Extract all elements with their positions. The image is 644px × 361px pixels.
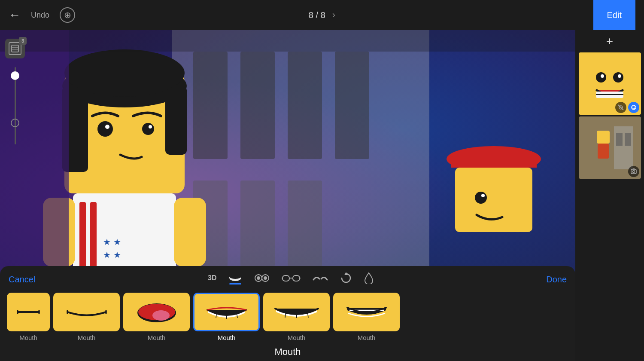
mouth-option-0-preview <box>7 293 50 331</box>
svg-rect-3 <box>288 52 322 159</box>
mouth-option-2-preview <box>123 293 190 331</box>
svg-point-49 <box>634 107 635 107</box>
svg-rect-6 <box>240 180 275 266</box>
selected-item-label: Mouth <box>0 346 575 361</box>
slider-thumb-bottom[interactable] <box>11 119 19 127</box>
tab-drop[interactable] <box>364 272 374 287</box>
tab-eyebrows[interactable] <box>313 274 328 285</box>
svg-point-28 <box>481 194 485 197</box>
face-part-tabs: 3D <box>35 272 546 287</box>
svg-rect-25 <box>451 159 537 168</box>
next-page-button[interactable]: › <box>332 9 335 21</box>
layer-badge[interactable]: 3 <box>5 39 25 58</box>
svg-rect-1 <box>193 52 228 159</box>
tab-eyes[interactable] <box>254 274 270 285</box>
tab-mouth[interactable] <box>228 274 242 285</box>
svg-point-40 <box>601 74 604 78</box>
eye-slash-icon <box>618 104 624 110</box>
tab-3d[interactable]: 3D <box>208 274 216 285</box>
svg-rect-11 <box>165 86 187 155</box>
brightness-slider[interactable] <box>15 67 16 153</box>
tab-glasses[interactable] <box>282 274 301 285</box>
mouth-option-3-preview <box>193 293 260 331</box>
bottom-toolbar: Cancel 3D <box>0 266 575 293</box>
mouth-option-4-preview <box>263 293 330 331</box>
list-item[interactable]: Mouth <box>333 293 400 341</box>
slider-thumb-top[interactable] <box>11 71 19 80</box>
thumbnail-2[interactable] <box>579 116 641 179</box>
glasses-tab-icon <box>282 274 301 282</box>
svg-point-80 <box>152 310 170 321</box>
svg-point-41 <box>613 72 623 83</box>
svg-point-14 <box>105 125 109 129</box>
list-item[interactable]: Mouth <box>53 293 120 341</box>
bottom-panel: Cancel 3D <box>0 266 575 361</box>
svg-point-61 <box>257 276 260 280</box>
header-left: ← Undo ⊕ <box>9 7 75 23</box>
photo-icon-badge <box>628 166 639 177</box>
svg-rect-55 <box>625 133 631 146</box>
mouth-option-1-label: Mouth <box>78 334 96 341</box>
mouth-option-0-label: Mouth <box>19 334 37 341</box>
add-icon: ⊕ <box>64 10 71 20</box>
svg-rect-31 <box>12 45 18 52</box>
mouth-tab-icon <box>228 274 242 282</box>
svg-rect-51 <box>597 131 610 144</box>
list-item[interactable]: Mouth <box>193 293 260 341</box>
layer-number: 3 <box>19 37 27 45</box>
svg-point-48 <box>632 107 633 107</box>
eyes-tab-icon <box>254 274 270 282</box>
back-button[interactable]: ← <box>9 8 21 22</box>
edit-button[interactable]: Edit <box>593 0 635 30</box>
done-button[interactable]: Done <box>546 275 567 285</box>
mouth-2-svg <box>129 295 185 329</box>
list-item[interactable]: Mouth <box>7 293 50 341</box>
mouth-option-3-label: Mouth <box>218 334 236 341</box>
svg-rect-64 <box>283 275 289 281</box>
face-badge <box>628 102 639 113</box>
svg-rect-26 <box>455 168 532 232</box>
mouth-option-5-preview <box>333 293 400 331</box>
thumb1-overlay <box>615 102 639 113</box>
face-items-scroll[interactable]: Mouth Mouth <box>0 293 575 346</box>
add-button[interactable]: ⊕ <box>60 7 75 23</box>
photo-icon <box>631 168 637 174</box>
svg-text:★ ★: ★ ★ <box>103 250 121 260</box>
mouth-1-svg <box>59 295 115 329</box>
svg-point-39 <box>596 72 606 83</box>
tab-rotate[interactable] <box>340 272 352 287</box>
drop-tab-icon <box>364 272 374 284</box>
mouth-4-svg <box>269 295 325 329</box>
svg-rect-4 <box>335 52 369 159</box>
eye-hidden-badge <box>615 102 626 113</box>
svg-rect-2 <box>240 52 275 159</box>
rotate-tab-icon <box>340 272 352 284</box>
slider-track <box>15 67 16 144</box>
thumbnail-1[interactable] <box>579 52 641 115</box>
3d-label: 3D <box>208 274 216 282</box>
svg-rect-30 <box>0 30 575 52</box>
svg-point-63 <box>264 276 267 280</box>
page-counter: 8 / 8 <box>309 10 325 20</box>
svg-point-42 <box>618 74 621 78</box>
svg-point-16 <box>149 125 152 128</box>
undo-button[interactable]: Undo <box>31 11 49 20</box>
right-add-button[interactable]: + <box>606 34 613 48</box>
mouth-3-svg <box>199 295 255 329</box>
face-icon <box>631 104 637 110</box>
svg-rect-23 <box>174 198 206 266</box>
svg-rect-54 <box>616 133 623 146</box>
list-item[interactable]: Mouth <box>123 293 190 341</box>
header: ← Undo ⊕ 8 / 8 › Edit <box>0 0 644 30</box>
svg-point-13 <box>97 121 113 137</box>
header-center: 8 / 8 › <box>309 9 335 21</box>
mouth-option-5-label: Mouth <box>358 334 376 341</box>
right-panel: + <box>575 30 644 361</box>
mouth-option-1-preview <box>53 293 120 331</box>
svg-text:★ ★: ★ ★ <box>103 237 121 247</box>
mouth-option-2-label: Mouth <box>148 334 166 341</box>
cancel-button[interactable]: Cancel <box>9 275 35 285</box>
lego-scene-thumb <box>584 122 635 174</box>
svg-rect-56 <box>631 169 636 174</box>
list-item[interactable]: Mouth <box>263 293 330 341</box>
